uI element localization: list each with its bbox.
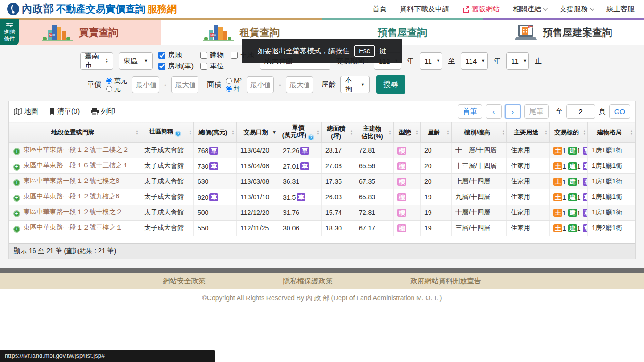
last-page-button[interactable]: 尾筆 <box>524 104 549 119</box>
advanced-filter-button[interactable]: 進階 條件 <box>0 19 19 45</box>
browser-status-url: https://lvr.land.moi.gov.tw/jsp/list.jsp… <box>0 350 215 362</box>
chevron-down-icon: ▼ <box>481 58 485 63</box>
address-link[interactable]: 東區中華東路一段１２號七樓之8 <box>24 177 120 184</box>
address-link[interactable]: 東區中華東路一段１６號十三樓之１ <box>24 161 129 169</box>
object-type-checkbox[interactable]: 房地(車) <box>158 62 194 71</box>
cell-age: 19 <box>421 221 452 236</box>
column-header-total_price[interactable]: 總價(萬元)▲▼ <box>194 122 237 143</box>
nav-online-service[interactable]: 線上客服 <box>606 5 635 14</box>
end-year-select[interactable]: 114▼ <box>461 52 488 70</box>
city-select[interactable]: 臺南市 ▲▼ <box>80 52 113 70</box>
radio-option[interactable]: 萬元 <box>106 77 127 85</box>
sort-icon: ▲▼ <box>316 130 320 135</box>
footer-links-bar: 網站安全政策 隱私權保護政策 政府網站資料開放宣告 <box>0 273 644 289</box>
end-month-select[interactable]: 11▼ <box>506 52 529 70</box>
unit-price-label: 單價 <box>87 80 101 89</box>
footer-link-security[interactable]: 網站安全政策 <box>163 277 206 286</box>
expand-row-icon[interactable]: + <box>13 226 20 233</box>
object-type-checkbox[interactable]: 建物 <box>200 51 224 60</box>
object-type-checkbox[interactable]: 房地 <box>158 51 194 60</box>
area-max-input[interactable] <box>286 76 313 93</box>
help-icon[interactable]: ? <box>175 131 181 137</box>
cell-total_price: 730車 <box>194 158 237 174</box>
page-number-input[interactable] <box>566 104 595 119</box>
column-header-date[interactable]: 交易日期▼ <box>237 122 279 143</box>
cell-floor: 九層/十四層 <box>452 189 507 205</box>
cell-date: 113/04/08 <box>237 158 279 174</box>
parking-badge: 車 <box>583 193 588 201</box>
cell-address: +東區中華東路一段１２號三樓之１ <box>9 221 140 236</box>
bookmark-icon <box>50 108 55 115</box>
address-link[interactable]: 東區中華東路一段１２號十二樓之２ <box>24 146 129 153</box>
radio-option[interactable]: 坪 <box>226 85 241 93</box>
cell-address: +東區中華東路一段１２號七樓之8 <box>9 174 140 189</box>
cell-layout: 1房1廳1衛 <box>588 205 635 221</box>
column-header-unit_price[interactable]: 單價 (萬元/坪)?▲▼ <box>279 122 322 143</box>
column-header-address[interactable]: 地段位置或門牌▲▼ <box>9 122 140 143</box>
nav-support[interactable]: 支援服務 <box>560 5 593 14</box>
column-header-targets[interactable]: 交易標的▲▼ <box>550 122 588 143</box>
map-view-button[interactable]: 地圖 <box>14 107 38 116</box>
address-link[interactable]: 東區中華東路一段１２號十樓之２ <box>24 208 123 215</box>
nav-downloads[interactable]: 資料下載及申請 <box>400 5 449 14</box>
unit-price-max-input[interactable] <box>171 76 198 93</box>
car-included-badge: 車 <box>297 193 305 201</box>
cell-area: 15.74 <box>322 205 355 221</box>
print-button[interactable]: 列印 <box>91 107 115 116</box>
address-link[interactable]: 東區中華東路一段１２號九樓之6 <box>24 192 120 200</box>
next-page-button[interactable]: › <box>505 104 521 119</box>
cell-type: 樓 <box>394 143 421 158</box>
radio-option[interactable]: 元 <box>106 85 127 93</box>
help-icon[interactable]: ? <box>308 134 314 140</box>
footer-link-open-data[interactable]: 政府網站資料開放宣告 <box>411 277 481 286</box>
nav-old-site[interactable]: 舊版網站 <box>462 5 500 14</box>
radio-option[interactable]: M² <box>226 77 241 85</box>
expand-row-icon[interactable]: + <box>13 148 20 155</box>
cell-unit_price: 31.5車 <box>279 189 322 205</box>
age-select[interactable]: 不拘▼ <box>340 76 370 93</box>
prev-page-button[interactable]: ‹ <box>486 104 502 119</box>
cell-usage: 住家用 <box>507 158 550 174</box>
column-header-community[interactable]: 社區簡稱?▲▼ <box>140 122 194 143</box>
sort-icon: ▲▼ <box>135 130 139 135</box>
tab-sale-query[interactable]: SALE 買賣查詢 <box>0 18 161 45</box>
external-link-icon <box>462 6 470 13</box>
parking-badge: 車 <box>583 209 588 217</box>
cell-area: 18.30 <box>322 221 355 236</box>
column-header-floor[interactable]: 樓別/樓高▲▼ <box>452 122 507 143</box>
unit-price-min-input[interactable] <box>132 76 159 93</box>
chevron-down-icon: ▼ <box>144 58 148 63</box>
address-link[interactable]: 東區中華東路一段１２號三樓之１ <box>24 223 123 231</box>
search-button[interactable]: 搜尋 <box>376 75 405 94</box>
first-page-button[interactable]: 首筆 <box>458 104 482 119</box>
expand-row-icon[interactable]: + <box>13 164 20 171</box>
area-min-input[interactable] <box>247 76 274 93</box>
footer-link-privacy[interactable]: 隱私權保護政策 <box>283 277 333 286</box>
expand-row-icon[interactable]: + <box>13 210 20 217</box>
column-header-age[interactable]: 屋齡▲▼ <box>421 122 452 143</box>
sort-desc-icon: ▼ <box>272 129 277 136</box>
column-header-usage[interactable]: 主要用途▲▼ <box>507 122 550 143</box>
building-badge: 建 <box>568 209 577 217</box>
start-month-select[interactable]: 11▼ <box>420 52 442 70</box>
tab-presale-project-query[interactable]: New 預售屋建案查詢 <box>483 18 644 45</box>
cell-main_ratio: 65.56 <box>355 158 394 174</box>
expand-row-icon[interactable]: + <box>13 179 20 186</box>
column-header-main_ratio[interactable]: 主建物 佔比(%)▲▼ <box>355 122 394 143</box>
expand-row-icon[interactable]: + <box>13 195 20 202</box>
saved-list-button[interactable]: 清單(0) <box>50 107 80 116</box>
object-type-checkbox[interactable]: 車位 <box>200 62 224 71</box>
site-logo[interactable]: 內政部 不動產交易實價查詢 服務網 <box>7 2 177 16</box>
cell-total_price: 768車 <box>194 143 237 158</box>
go-page-button[interactable]: GO <box>609 104 630 119</box>
column-header-area[interactable]: 總面積 (坪)▲▼ <box>322 122 355 143</box>
cell-age: 20 <box>421 143 452 158</box>
chevron-down-icon: ▼ <box>523 58 527 63</box>
column-header-layout[interactable]: 建物格局▲▼ <box>588 122 635 143</box>
cell-total_price: 500 <box>194 205 237 221</box>
column-header-type[interactable]: 型態▲▼ <box>394 122 421 143</box>
district-select[interactable]: 東區▼ <box>119 52 153 70</box>
svg-text:NEW: NEW <box>210 34 216 37</box>
nav-related-links[interactable]: 相關連結 <box>513 5 546 14</box>
nav-home[interactable]: 首頁 <box>372 5 387 14</box>
